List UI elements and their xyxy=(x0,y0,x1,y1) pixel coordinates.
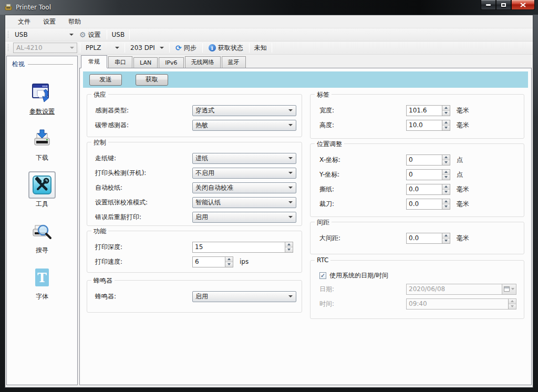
head-check-label: 打印头检测(开机): xyxy=(95,169,192,178)
toolbar-separator xyxy=(169,43,170,53)
toolbar-grip[interactable] xyxy=(7,30,10,39)
chevron-down-icon xyxy=(288,124,293,126)
x-coordinate-stepper xyxy=(406,154,450,166)
get-status-button[interactable]: i 获取状态 xyxy=(205,43,246,54)
tear-stepper xyxy=(406,184,450,195)
arrow-up-icon xyxy=(227,258,231,260)
model-combo: AL-4210 xyxy=(13,43,77,53)
sidebar-item-tools[interactable]: 工具 xyxy=(28,171,56,209)
printer-status-label: 未知 xyxy=(252,44,269,53)
print-darkness-label: 打印深度: xyxy=(95,243,192,252)
spin-down-button[interactable] xyxy=(442,189,450,194)
sidebar-item-label: 搜寻 xyxy=(36,246,48,255)
group-position: 位置调整 X-坐标: 点 Y- xyxy=(310,143,524,217)
spin-down-button[interactable] xyxy=(442,125,450,130)
paper-calibration-mode-label: 设置纸张校准模式: xyxy=(95,198,192,207)
menu-item-file[interactable]: 文件 xyxy=(12,16,37,28)
spin-up-button[interactable] xyxy=(442,199,450,204)
gear-icon: ⚙ xyxy=(79,31,86,38)
sidebar-header: 检视 xyxy=(7,56,77,70)
paper-calibration-mode-select[interactable]: 智能认纸 xyxy=(192,197,296,208)
tab-serial[interactable]: 串口 xyxy=(108,56,132,68)
emulation-combo[interactable]: PPLZ xyxy=(83,43,122,53)
spin-up-button[interactable] xyxy=(442,233,450,238)
x-coordinate-unit: 点 xyxy=(457,156,463,164)
settings-button[interactable]: ⚙ 设置 xyxy=(76,29,104,40)
tab-lan[interactable]: LAN xyxy=(133,57,158,68)
sidebar-item-param-settings[interactable]: 参数设置 xyxy=(28,79,56,116)
group-rtc: RTC ✓ 使用系统的日期/时间 日期: xyxy=(310,260,524,319)
group-title: 功能 xyxy=(91,227,108,236)
big-gap-stepper xyxy=(406,233,450,244)
sidebar-item-label: 工具 xyxy=(36,200,48,209)
x-coordinate-input[interactable] xyxy=(407,155,442,165)
spin-down-button[interactable] xyxy=(442,174,450,180)
print-speed-input[interactable] xyxy=(193,257,225,267)
send-button[interactable]: 发送 xyxy=(89,74,122,86)
download-icon xyxy=(30,127,54,150)
buzzer-label: 蜂鸣器: xyxy=(95,292,192,301)
chevron-down-icon xyxy=(288,295,293,297)
y-coordinate-input[interactable] xyxy=(407,170,442,180)
tab-bluetooth[interactable]: 蓝牙 xyxy=(222,56,246,68)
maximize-button[interactable] xyxy=(496,0,511,10)
spin-up-button[interactable] xyxy=(442,184,450,189)
feed-key-label: 走纸键: xyxy=(95,154,192,163)
buzzer-select[interactable]: 启用 xyxy=(192,291,296,302)
minimize-button[interactable] xyxy=(481,0,496,10)
menu-item-settings[interactable]: 设置 xyxy=(37,16,62,28)
tab-general[interactable]: 常规 xyxy=(81,55,107,68)
spin-down-button[interactable] xyxy=(285,247,293,252)
spin-up-button[interactable] xyxy=(442,170,450,174)
dpi-combo[interactable]: 203 DPI xyxy=(128,43,167,53)
label-width-input[interactable] xyxy=(407,106,442,116)
sidebar-item-font[interactable]: T 字体 xyxy=(28,264,56,301)
spin-down-button[interactable] xyxy=(442,238,450,243)
menu-item-help[interactable]: 帮助 xyxy=(62,16,87,28)
spin-up-button[interactable] xyxy=(285,242,293,247)
spin-up-button[interactable] xyxy=(442,155,450,160)
feed-key-select[interactable]: 进纸 xyxy=(192,153,296,164)
toolbar-separator xyxy=(202,43,203,53)
spin-up-button xyxy=(509,299,516,304)
left-column: 供应 感测器类型: 穿透式 碳带感测器: xyxy=(87,94,302,324)
print-darkness-input[interactable] xyxy=(193,242,285,252)
sensor-type-select[interactable]: 穿透式 xyxy=(192,105,296,116)
close-button[interactable] xyxy=(511,0,535,10)
tab-wireless[interactable]: 无线网络 xyxy=(185,56,221,68)
spin-up-button[interactable] xyxy=(442,106,450,110)
port-combo[interactable]: USB xyxy=(12,29,76,40)
spin-down-button[interactable] xyxy=(442,110,450,116)
sidebar-item-search[interactable]: 搜寻 xyxy=(28,218,56,255)
tab-ipv6[interactable]: IPv6 xyxy=(159,57,183,68)
spin-down-button[interactable] xyxy=(442,160,450,165)
spin-up-button[interactable] xyxy=(442,120,450,125)
y-coordinate-stepper xyxy=(406,169,450,180)
label-width-label: 宽度: xyxy=(319,106,406,115)
cutter-input[interactable] xyxy=(407,199,442,209)
toolbar-grip[interactable] xyxy=(7,44,10,52)
reprint-after-error-label: 错误后重新打印: xyxy=(95,213,192,222)
chevron-down-icon xyxy=(115,47,119,49)
label-height-input[interactable] xyxy=(407,120,442,130)
label-height-label: 高度: xyxy=(319,121,406,130)
reprint-after-error-select[interactable]: 启用 xyxy=(192,212,296,223)
get-button[interactable]: 获取 xyxy=(136,74,168,86)
use-system-datetime-checkbox[interactable]: ✓ xyxy=(319,272,326,279)
spin-up-button[interactable] xyxy=(225,257,233,262)
right-column: 标签 宽度: 毫米 高度: xyxy=(310,94,524,324)
sync-button[interactable]: ⟳ 同步 xyxy=(172,43,200,54)
printer-toolbar: AL-4210 PPLZ 203 DPI ⟳ 同步 i 获取状态 xyxy=(5,42,533,55)
auto-calibration-select[interactable]: 关闭自动校准 xyxy=(192,182,296,193)
chevron-down-icon xyxy=(288,157,293,159)
arrow-up-icon xyxy=(444,234,448,236)
spin-down-button[interactable] xyxy=(225,262,233,267)
big-gap-input[interactable] xyxy=(407,233,442,243)
sidebar-item-download[interactable]: 下载 xyxy=(28,125,56,162)
tear-input[interactable] xyxy=(407,184,442,194)
arrow-down-icon xyxy=(444,127,448,129)
ribbon-sensor-select[interactable]: 热敏 xyxy=(192,120,296,131)
spin-down-button[interactable] xyxy=(442,204,450,209)
group-label: 标签 宽度: 毫米 高度: xyxy=(310,94,524,139)
head-check-select[interactable]: 不启用 xyxy=(192,168,296,179)
